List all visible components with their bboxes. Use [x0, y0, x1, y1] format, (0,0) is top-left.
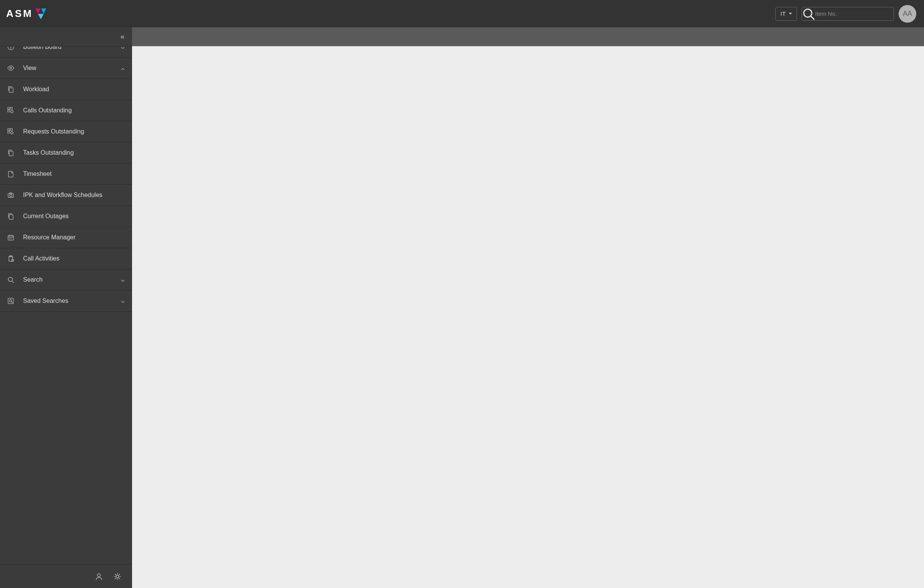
avatar[interactable]: AA — [899, 5, 916, 23]
brand-text: ASM — [6, 8, 33, 20]
camera-icon — [7, 191, 15, 199]
app-header: ASM IT AA — [0, 0, 924, 27]
clipboard-icon — [7, 255, 15, 262]
chevron-down-icon — [121, 299, 125, 303]
main-content — [132, 46, 924, 588]
sidebar-item-ipk-workflow-schedules[interactable]: IPK and Workflow Schedules — [0, 185, 132, 206]
sidebar-item-label: Timesheet — [23, 170, 125, 177]
svg-marker-19 — [41, 8, 46, 14]
search-icon — [802, 7, 815, 20]
svg-marker-20 — [38, 14, 44, 19]
sidebar-item-bulletin-board[interactable]: Bulletin Board — [0, 47, 132, 58]
sidebar-item-search[interactable]: Search — [0, 269, 132, 291]
search-input[interactable] — [815, 7, 894, 20]
sidebar-item-timesheet[interactable]: Timesheet — [0, 164, 132, 185]
gear-icon[interactable] — [114, 573, 121, 580]
sidebar-item-calls-outstanding[interactable]: Calls Outstanding — [0, 100, 132, 121]
sidebar-item-view[interactable]: View — [0, 58, 132, 79]
sidebar-item-workload[interactable]: Workload — [0, 79, 132, 100]
sidebar-item-label: Requests Outstanding — [23, 128, 125, 135]
sidebar-item-label: Workload — [23, 86, 125, 93]
user-icon[interactable] — [95, 573, 103, 580]
header-actions: IT AA — [775, 5, 916, 23]
copy-icon — [7, 212, 15, 220]
brand-mark-icon — [34, 7, 48, 21]
sidebar-item-label: Saved Searches — [23, 297, 121, 304]
sidebar-item-requests-outstanding[interactable]: Requests Outstanding — [0, 121, 132, 142]
collapse-icon: « — [121, 33, 124, 41]
sidebar-item-label: Current Outages — [23, 213, 125, 220]
sidebar-collapse[interactable]: « — [0, 27, 132, 47]
caret-down-icon — [789, 13, 792, 15]
svg-marker-18 — [35, 8, 40, 14]
chevron-up-icon — [121, 66, 125, 70]
avatar-initials: AA — [903, 10, 912, 18]
grid-gear-icon — [7, 107, 15, 114]
sidebar-item-label: Calls Outstanding — [23, 107, 125, 114]
calendar-icon — [7, 234, 15, 241]
eye-icon — [7, 64, 15, 72]
sidebar: « Bulletin BoardViewWorkloadCalls Outsta… — [0, 27, 132, 588]
brand-logo[interactable]: ASM — [6, 7, 48, 21]
copy-icon — [7, 149, 15, 157]
copy-icon — [7, 85, 15, 93]
info-icon — [7, 47, 15, 51]
search-icon — [7, 276, 15, 284]
grid-gear-icon — [7, 128, 15, 135]
sidebar-nav: Bulletin BoardViewWorkloadCalls Outstand… — [0, 47, 132, 564]
tenant-label: IT — [780, 10, 785, 17]
sidebar-item-label: Search — [23, 276, 121, 283]
tenant-select[interactable]: IT — [775, 7, 797, 21]
sidebar-item-label: IPK and Workflow Schedules — [23, 192, 125, 199]
sidebar-footer — [0, 564, 132, 588]
global-search[interactable] — [802, 7, 894, 21]
file-icon — [7, 170, 15, 178]
sidebar-item-label: Tasks Outstanding — [23, 149, 125, 156]
sidebar-item-label: View — [23, 65, 121, 72]
sidebar-item-resource-manager[interactable]: Resource Manager — [0, 227, 132, 248]
sidebar-item-label: Resource Manager — [23, 234, 125, 241]
sidebar-item-current-outages[interactable]: Current Outages — [0, 206, 132, 227]
chevron-down-icon — [121, 277, 125, 282]
chevron-down-icon — [121, 47, 125, 49]
sidebar-item-tasks-outstanding[interactable]: Tasks Outstanding — [0, 142, 132, 164]
sidebar-item-label: Bulletin Board — [23, 47, 121, 50]
sidebar-item-saved-searches[interactable]: Saved Searches — [0, 291, 132, 312]
sidebar-item-call-activities[interactable]: Call Activities — [0, 248, 132, 269]
page-subheader — [132, 27, 924, 46]
search-square-icon — [7, 297, 15, 305]
sidebar-item-label: Call Activities — [23, 255, 125, 262]
